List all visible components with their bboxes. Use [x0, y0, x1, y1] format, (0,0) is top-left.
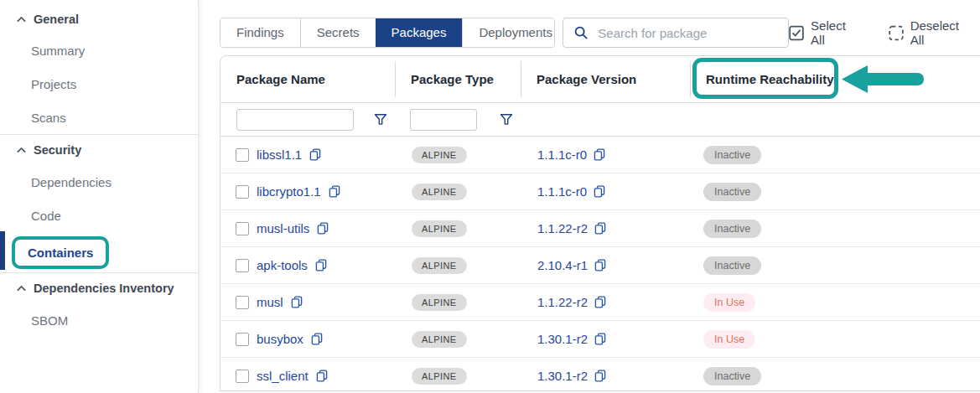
sidebar-item-projects[interactable]: Projects	[0, 67, 198, 101]
section-label: Dependencies Inventory	[34, 282, 174, 295]
package-name-link[interactable]: musl-utils	[257, 221, 309, 235]
dashed-square-icon	[889, 25, 904, 41]
package-type-filter-input[interactable]	[410, 109, 477, 131]
checked-checkbox-icon	[789, 25, 804, 41]
column-header-runtime-reachability[interactable]: Runtime Reachability	[690, 56, 980, 102]
sidebar-item-label: Code	[31, 209, 61, 223]
row-checkbox[interactable]	[236, 185, 249, 199]
column-header-package-version[interactable]: Package Version	[521, 56, 690, 102]
copy-icon[interactable]	[594, 333, 606, 345]
sidebar-item-label: Projects	[31, 77, 76, 91]
table-row: libssl1.1 ALPINE 1.1.1c-r0 Inactive	[220, 137, 980, 173]
copy-icon[interactable]	[316, 370, 328, 382]
table-row: apk-tools ALPINE 2.10.4-r1 Inactive	[220, 247, 980, 284]
sidebar-item-label: Dependencies	[31, 175, 111, 189]
table-header-row: Package Name Package Type Package Versio…	[220, 56, 980, 103]
row-checkbox[interactable]	[236, 370, 249, 383]
packages-table-panel: Package Name Package Type Package Versio…	[220, 55, 980, 391]
filter-funnel-icon[interactable]	[374, 113, 387, 126]
package-type-badge: ALPINE	[412, 294, 467, 311]
sidebar-item-dependencies[interactable]: Dependencies	[0, 165, 198, 199]
package-name-link[interactable]: libssl1.1	[257, 147, 302, 162]
column-header-package-name[interactable]: Package Name	[220, 56, 395, 102]
tab-packages[interactable]: Packages	[376, 18, 463, 47]
reachability-status-badge: Inactive	[703, 256, 761, 275]
copy-icon[interactable]	[594, 148, 605, 161]
containers-annotation-box[interactable]: Containers	[12, 236, 109, 269]
selection-controls: Select All Deselect All	[789, 18, 972, 47]
tab-group: Findings Secrets Packages Deployments	[220, 18, 555, 48]
sidebar-item-code[interactable]: Code	[0, 199, 198, 232]
reachability-status-badge: Inactive	[703, 367, 761, 385]
tab-secrets[interactable]: Secrets	[300, 18, 376, 47]
section-label: Security	[34, 143, 81, 157]
package-search[interactable]	[563, 18, 789, 48]
chevron-up-icon	[17, 285, 26, 292]
sidebar-item-scans[interactable]: Scans	[0, 101, 198, 134]
copy-icon[interactable]	[594, 185, 605, 198]
sidebar-section-dependencies-inventory[interactable]: Dependencies Inventory	[0, 273, 198, 303]
package-type-badge: ALPINE	[412, 331, 467, 348]
row-checkbox[interactable]	[236, 333, 249, 346]
copy-icon[interactable]	[311, 333, 323, 345]
search-input[interactable]	[598, 26, 778, 40]
row-checkbox[interactable]	[236, 148, 249, 162]
table-filter-row	[220, 103, 980, 137]
sidebar-item-label: SBOM	[31, 313, 68, 328]
chevron-up-icon	[17, 147, 26, 153]
select-all-button[interactable]: Select All	[789, 18, 860, 47]
package-name-filter-input[interactable]	[236, 109, 354, 131]
sidebar-item-summary[interactable]: Summary	[0, 34, 198, 67]
package-version-value: 1.1.1c-r0	[537, 147, 587, 162]
column-label: Package Version	[537, 72, 636, 86]
package-version-value: 1.1.22-r2	[537, 295, 588, 309]
package-type-badge: ALPINE	[412, 184, 467, 200]
copy-icon[interactable]	[317, 222, 329, 235]
copy-icon[interactable]	[594, 259, 606, 271]
reachability-status-badge: Inactive	[703, 146, 761, 164]
sidebar-section-security[interactable]: Security	[0, 135, 198, 165]
copy-icon[interactable]	[329, 185, 340, 198]
table-row: musl-utils ALPINE 1.1.22-r2 Inactive	[220, 210, 980, 247]
package-name-link[interactable]: libcrypto1.1	[257, 184, 321, 199]
tab-deployments[interactable]: Deployments	[462, 18, 555, 47]
sidebar-item-sbom[interactable]: SBOM	[0, 303, 198, 337]
column-label: Package Type	[411, 72, 494, 86]
copy-icon[interactable]	[309, 148, 321, 161]
package-version-value: 2.10.4-r1	[537, 258, 588, 272]
search-icon	[573, 25, 589, 40]
row-checkbox[interactable]	[236, 296, 249, 309]
row-checkbox[interactable]	[236, 222, 249, 235]
copy-icon[interactable]	[594, 222, 606, 235]
sidebar-item-containers[interactable]: Containers	[0, 232, 198, 272]
chevron-up-icon	[17, 16, 26, 23]
table-row: busybox ALPINE 1.30.1-r2 In Use	[220, 321, 980, 358]
copy-icon[interactable]	[315, 259, 327, 271]
package-version-value: 1.1.22-r2	[537, 221, 588, 235]
copy-icon[interactable]	[594, 370, 606, 382]
filter-funnel-icon[interactable]	[500, 113, 513, 126]
package-name-link[interactable]: musl	[257, 295, 283, 309]
package-name-link[interactable]: ssl_client	[257, 369, 309, 383]
reachability-status-badge: In Use	[703, 293, 755, 312]
package-name-link[interactable]: busybox	[257, 332, 303, 346]
deselect-all-button[interactable]: Deselect All	[889, 18, 972, 47]
column-header-package-type[interactable]: Package Type	[395, 56, 521, 102]
column-label: Package Name	[236, 72, 325, 86]
copy-icon[interactable]	[594, 296, 606, 308]
tab-findings[interactable]: Findings	[220, 18, 300, 47]
table-row: libcrypto1.1 ALPINE 1.1.1c-r0 Inactive	[220, 173, 980, 210]
top-toolbar: Findings Secrets Packages Deployments Se…	[220, 18, 972, 48]
sidebar-section-general[interactable]: General	[0, 5, 198, 34]
reachability-status-badge: Inactive	[703, 183, 761, 201]
package-type-badge: ALPINE	[412, 147, 467, 163]
copy-icon[interactable]	[291, 296, 303, 308]
row-checkbox[interactable]	[236, 259, 249, 272]
column-label: Runtime Reachability	[706, 72, 834, 86]
table-row: ssl_client ALPINE 1.30.1-r2 Inactive	[220, 358, 980, 391]
package-name-link[interactable]: apk-tools	[257, 258, 308, 272]
table-body: libssl1.1 ALPINE 1.1.1c-r0 Inactive libc…	[220, 137, 980, 391]
select-all-label: Select All	[811, 18, 860, 47]
sidebar-item-label: Summary	[31, 44, 85, 58]
package-type-badge: ALPINE	[412, 368, 467, 385]
